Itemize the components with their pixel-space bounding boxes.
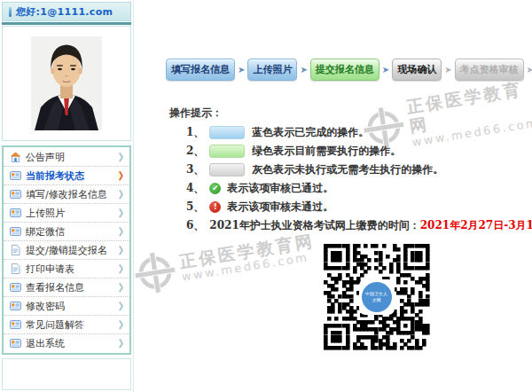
tip-text: 灰色表示未执行或无需考生执行的操作。 xyxy=(252,162,443,177)
sidebar-item-label: 查看报名信息 xyxy=(26,281,84,294)
step-fill-info: 填写报名信息 xyxy=(166,59,235,81)
tips-title: 操作提示： xyxy=(169,106,223,121)
step-onsite-confirm: 现场确认 xyxy=(392,59,442,81)
sidebar-item-label: 绑定微信 xyxy=(26,225,65,239)
tip-item: 6、2021年护士执业资格考试网上缴费的时间：2021年2月27日-3月12日 xyxy=(186,219,532,231)
step-arrow-icon: ➤ xyxy=(238,66,245,74)
progress-steps: 填写报名信息➤上传照片➤提交报名信息➤现场确认➤考点资格审核➤考区资格审核 xyxy=(166,59,532,81)
sidebar-item-label: 上传照片 xyxy=(26,207,65,220)
form-icon xyxy=(10,282,21,293)
tip-item: 5、!表示该项审核未通过。 xyxy=(186,200,532,213)
chevron-right-icon: ❯ xyxy=(117,339,124,349)
sidebar-item-bind-wechat[interactable]: 绑定微信❯ xyxy=(4,223,129,241)
sidebar-item-label: 退出系统 xyxy=(26,337,65,350)
form-icon xyxy=(10,170,21,181)
user-icon xyxy=(9,7,12,17)
id-photo xyxy=(31,36,102,130)
tip-date-highlight: 2021年2月27日-3月12日 xyxy=(420,218,532,233)
sidebar-item-label: 修改密码 xyxy=(26,300,65,313)
step-arrow-icon: ➤ xyxy=(300,66,307,74)
left-column: 您好:1@1111.com xyxy=(2,2,131,390)
chevron-right-icon: ❯ xyxy=(117,283,124,293)
tip-number: 2、 xyxy=(186,144,204,159)
step-arrow-icon: ➤ xyxy=(527,66,532,74)
tip-number: 1、 xyxy=(186,125,204,140)
sidebar-item-view-registration-info[interactable]: 查看报名信息❯ xyxy=(4,278,129,297)
tip-item: 4、✔表示该项审核已通过。 xyxy=(186,182,532,194)
med66-logo-icon xyxy=(132,249,179,296)
watermark-text: 正保医学教育网 www.med66.com xyxy=(178,231,318,285)
sidebar-item-current-exam-status[interactable]: 当前报考状态❯ xyxy=(4,167,129,185)
sidebar-item-submit-cancel-registration[interactable]: 提交/撤销提交报名❯ xyxy=(4,241,129,260)
qr-logo-circle: 中国卫生人才网 xyxy=(362,282,392,312)
qr-logo-label: 中国卫生人才网 xyxy=(365,291,388,302)
tip-text: 绿色表示目前需要执行的操作。 xyxy=(252,144,401,159)
form-icon xyxy=(10,189,21,200)
tip-item: 3、灰色表示未执行或无需考生执行的操作。 xyxy=(186,163,532,176)
form-icon xyxy=(10,208,21,218)
sidebar-item-faq[interactable]: 常见问题解答❯ xyxy=(4,316,129,334)
tip-number: 4、 xyxy=(186,181,204,196)
qr-center-logo: 中国卫生人才网 xyxy=(359,279,395,315)
chevron-right-icon: ❯ xyxy=(117,320,124,330)
tip-item: 2、绿色表示目前需要执行的操作。 xyxy=(186,145,532,157)
photo-box xyxy=(2,26,131,141)
tip-number: 5、 xyxy=(186,200,204,215)
sidebar-item-label: 填写/修改报名信息 xyxy=(26,188,107,201)
sidebar-item-announcement[interactable]: 公告声明❯ xyxy=(4,148,129,167)
tips-list: 1、蓝色表示已完成的操作。2、绿色表示目前需要执行的操作。3、灰色表示未执行或无… xyxy=(186,126,532,238)
form-icon xyxy=(10,319,21,330)
chevron-right-icon: ❯ xyxy=(117,171,124,181)
doc-icon xyxy=(10,245,21,255)
chevron-right-icon: ❯ xyxy=(117,153,124,162)
home-icon xyxy=(10,152,21,162)
chevron-right-icon: ❯ xyxy=(117,227,124,237)
form-icon xyxy=(10,226,21,237)
user-greeting-bar: 您好:1@1111.com xyxy=(2,2,131,21)
chevron-right-icon: ❯ xyxy=(117,190,124,200)
sidebar-item-logout[interactable]: 退出系统❯ xyxy=(4,334,129,352)
form-icon xyxy=(10,338,21,349)
page: 您好:1@1111.com xyxy=(0,0,532,392)
tip-number: 3、 xyxy=(186,162,204,177)
tip-text: 2021年护士执业资格考试网上缴费的时间： xyxy=(209,218,419,233)
chevron-right-icon: ❯ xyxy=(117,208,124,218)
sidebar-item-print-application[interactable]: 打印申请表❯ xyxy=(4,260,129,278)
sidebar-item-label: 打印申请表 xyxy=(26,263,74,276)
tip-text: 表示该项审核未通过。 xyxy=(227,200,333,215)
sidebar-item-change-password[interactable]: 修改密码❯ xyxy=(4,297,129,316)
alert-circle-icon: ! xyxy=(209,201,221,213)
tip-text: 蓝色表示已完成的操作。 xyxy=(252,125,369,140)
tip-number: 6、 xyxy=(186,218,204,233)
sidebar-item-label: 提交/撤销提交报名 xyxy=(26,244,107,257)
qr-code: 中国卫生人才网 xyxy=(320,240,433,353)
step-arrow-icon: ➤ xyxy=(444,66,451,74)
tip-text: 表示该项审核已通过。 xyxy=(227,181,333,196)
gray-step-swatch xyxy=(209,163,245,176)
user-greeting: 您好:1@1111.com xyxy=(16,5,113,19)
blue-step-swatch xyxy=(209,126,245,139)
sidebar-item-label: 当前报考状态 xyxy=(26,169,84,183)
sidebar-menu: 公告声明❯当前报考状态❯填写/修改报名信息❯上传照片❯绑定微信❯提交/撤销提交报… xyxy=(2,145,131,355)
chevron-right-icon: ❯ xyxy=(117,264,124,274)
sidebar-item-upload-photo[interactable]: 上传照片❯ xyxy=(4,204,129,223)
step-upload-photo: 上传照片 xyxy=(247,59,297,81)
check-circle-icon: ✔ xyxy=(209,183,221,194)
chevron-right-icon: ❯ xyxy=(117,302,124,311)
form-icon xyxy=(10,301,21,311)
watermark-url: www.med66.com xyxy=(181,250,317,285)
step-site-review: 考点资格审核 xyxy=(455,59,524,81)
tip-item: 1、蓝色表示已完成的操作。 xyxy=(186,126,532,138)
sidebar-item-fill-modify-info[interactable]: 填写/修改报名信息❯ xyxy=(4,185,129,204)
step-arrow-icon: ➤ xyxy=(382,66,389,74)
green-step-swatch xyxy=(209,145,245,158)
left-empty-panel xyxy=(2,358,131,390)
sidebar-item-label: 公告声明 xyxy=(26,151,65,164)
main-content: 正保医学教育网 www.med66.com 正保医学教育网 www.med66.… xyxy=(133,0,532,392)
sidebar-item-label: 常见问题解答 xyxy=(26,318,84,332)
header-divider xyxy=(2,22,131,25)
chevron-right-icon: ❯ xyxy=(117,246,124,255)
doc-icon xyxy=(10,263,21,274)
step-submit-info: 提交报名信息 xyxy=(310,59,379,81)
